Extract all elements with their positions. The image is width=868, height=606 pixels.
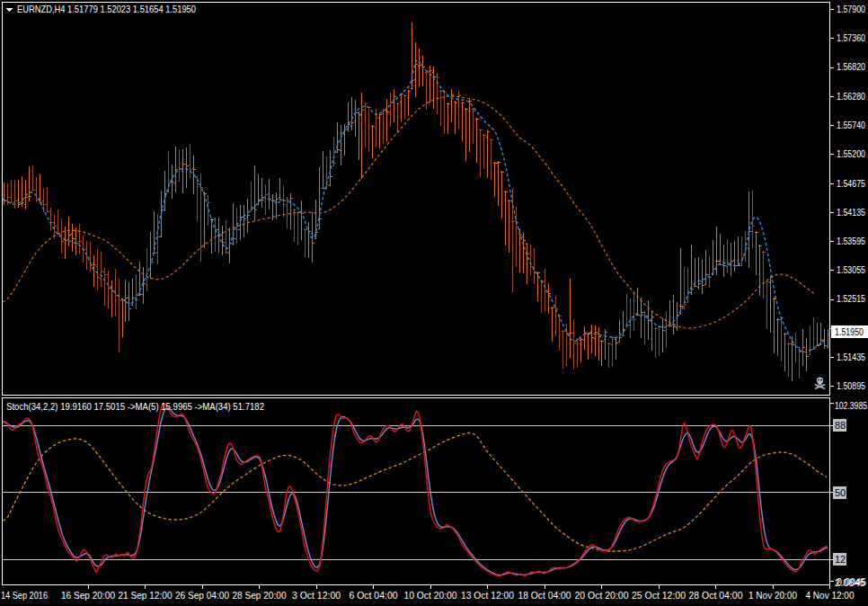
svg-text:26 Sep 04:00: 26 Sep 04:00 — [175, 590, 229, 601]
svg-text:1.50895: 1.50895 — [837, 380, 865, 391]
svg-text:1.55200: 1.55200 — [837, 148, 865, 159]
svg-text:1.53055: 1.53055 — [837, 264, 865, 275]
svg-text:1.55740: 1.55740 — [837, 120, 865, 130]
svg-text:28 Sep 20:00: 28 Sep 20:00 — [233, 590, 287, 601]
svg-text:21 Sep 12:00: 21 Sep 12:00 — [119, 590, 173, 601]
svg-text:1.57900: 1.57900 — [837, 4, 865, 14]
svg-text:28 Oct 04:00: 28 Oct 04:00 — [689, 590, 743, 601]
svg-text:1.56280: 1.56280 — [837, 91, 865, 102]
svg-text:10 Oct 20:00: 10 Oct 20:00 — [404, 590, 457, 601]
svg-text:12: 12 — [835, 554, 846, 565]
svg-text:3 Oct 12:00: 3 Oct 12:00 — [292, 590, 341, 601]
svg-text:1.51950: 1.51950 — [835, 326, 864, 337]
svg-text:1.56820: 1.56820 — [837, 61, 865, 72]
svg-text:20 Oct 20:00: 20 Oct 20:00 — [575, 590, 629, 601]
svg-text:1.52515: 1.52515 — [837, 293, 865, 304]
svg-text:Stoch(34,2,2) 19.9160 17.5015: Stoch(34,2,2) 19.9160 17.5015 ->MA(5) 15… — [6, 401, 264, 412]
svg-text:18 Oct 04:00: 18 Oct 04:00 — [518, 590, 571, 601]
svg-text:50: 50 — [835, 487, 846, 498]
svg-text:1.57360: 1.57360 — [837, 32, 865, 43]
svg-text:14 Sep 2016: 14 Sep 2016 — [1, 590, 48, 601]
svg-text:EURNZD,H4 1.51779 1.52023 1.5: EURNZD,H4 1.51779 1.52023 1.51654 1.5195… — [17, 4, 196, 14]
svg-text:4 Nov 12:00: 4 Nov 12:00 — [806, 590, 855, 601]
svg-text:13 Oct 12:00: 13 Oct 12:00 — [461, 590, 514, 601]
svg-text:1.51435: 1.51435 — [837, 352, 865, 362]
svg-text:16 Sep 20:00: 16 Sep 20:00 — [61, 590, 115, 601]
svg-text:0.0045: 0.0045 — [837, 576, 866, 587]
svg-text:1 Nov 20:00: 1 Nov 20:00 — [748, 590, 797, 601]
svg-text:1.54675: 1.54675 — [837, 178, 865, 189]
svg-text:102.3985: 102.3985 — [835, 400, 867, 411]
svg-text:6 Oct 04:00: 6 Oct 04:00 — [350, 590, 398, 601]
svg-text:88: 88 — [835, 420, 846, 431]
svg-text:1.53595: 1.53595 — [837, 236, 865, 246]
svg-text:1.54135: 1.54135 — [837, 207, 865, 218]
svg-text:25 Oct 12:00: 25 Oct 12:00 — [632, 590, 686, 601]
